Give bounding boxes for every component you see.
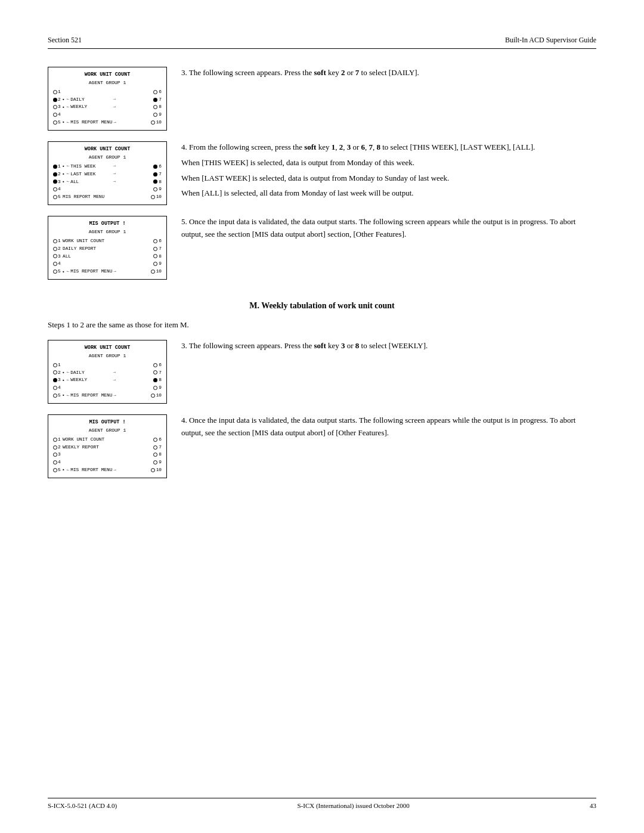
step3a-text: 3. The following screen appears. Press t… [181,67,596,82]
footer-center: S-ICX (International) issued October 200… [297,802,409,809]
screen-diagram-2: WORK UNIT COUNTAGENT GROUP 11●← THIS WEE… [48,141,167,205]
step4a-block: WORK UNIT COUNTAGENT GROUP 11●← THIS WEE… [48,141,596,205]
step5a-block: MIS OUTPUT !AGENT GROUP 11WORK UNIT COUN… [48,216,596,280]
step3a-body: The following screen appears. Press the … [189,68,419,77]
screen-diagram-4: WORK UNIT COUNTAGENT GROUP 1162●← DAILY … [48,340,167,404]
step3a-block: WORK UNIT COUNTAGENT GROUP 1162●← DAILY … [48,67,596,131]
header-right: Built-In ACD Supervisor Guide [505,36,596,45]
screen-diagram-3: MIS OUTPUT !AGENT GROUP 11WORK UNIT COUN… [48,216,167,280]
step3b-block: WORK UNIT COUNTAGENT GROUP 1162●← DAILY … [48,340,596,404]
step4a-num: 4. [181,143,187,151]
step4a-para4: When [ALL] is selected, all data from Mo… [181,187,596,200]
step4a-para3: When [LAST WEEK] is selected, data is ou… [181,172,596,185]
step4a-para2: When [THIS WEEK] is selected, data is ou… [181,157,596,169]
main-content: WORK UNIT COUNTAGENT GROUP 1162●← DAILY … [48,67,596,489]
page: Section 521 Built-In ACD Supervisor Guid… [0,0,644,833]
step4b-text: 4. Once the input data is validated, the… [181,414,596,442]
header-left: Section 521 [48,36,82,45]
step3b-num: 3. [181,341,187,350]
section-heading-m: M. Weekly tabulation of work unit count [48,301,596,311]
footer-left: S-ICX-5.0-521 (ACD 4.0) [48,802,117,809]
step4b-block: MIS OUTPUT !AGENT GROUP 11WORK UNIT COUN… [48,414,596,478]
step3b-text: 3. The following screen appears. Press t… [181,340,596,355]
screen-diagram-1: WORK UNIT COUNTAGENT GROUP 1162●← DAILY … [48,67,167,131]
screen-diagram-5: MIS OUTPUT !AGENT GROUP 11WORK UNIT COUN… [48,414,167,478]
step4b-num: 4. [181,416,187,425]
step3a-num: 3. [181,68,187,77]
page-footer: S-ICX-5.0-521 (ACD 4.0) S-ICX (Internati… [48,798,596,809]
steps-intro: Steps 1 to 2 are the same as those for i… [48,319,596,332]
step5a-num: 5. [181,217,187,226]
footer-right: 43 [590,802,596,809]
page-header: Section 521 Built-In ACD Supervisor Guid… [48,36,596,49]
step5a-text: 5. Once the input data is validated, the… [181,216,596,244]
step4a-text: 4. From the following screen, press the … [181,141,596,203]
